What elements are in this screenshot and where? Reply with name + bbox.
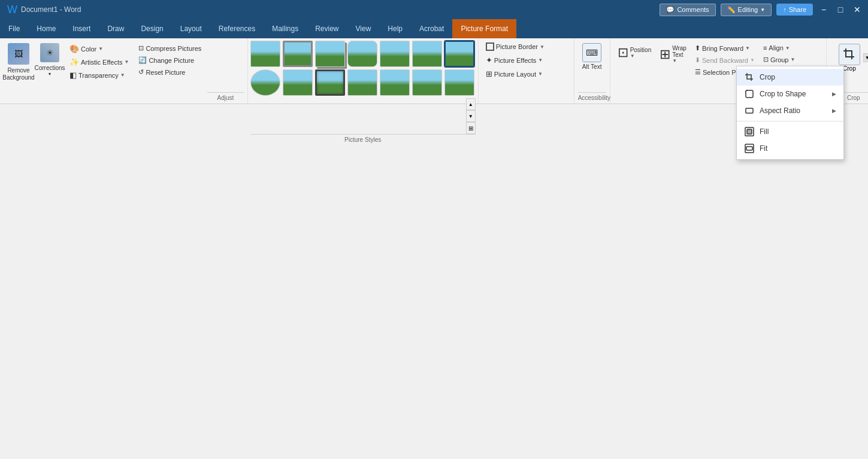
close-button[interactable]: ✕	[851, 4, 863, 16]
styles-scroll-up[interactable]: ▲	[466, 98, 476, 110]
menu-item-crop-to-shape[interactable]: Crop to Shape ▶	[737, 86, 843, 102]
title-right: 💬 Comments ✏️ Editing ▼ ↑ Share − □ ✕	[660, 4, 868, 16]
arrange-col2: ⊞ Wrap Text ▼	[656, 41, 690, 101]
style-thumb-6[interactable]	[412, 41, 442, 67]
maximize-button[interactable]: □	[834, 4, 846, 16]
tab-home[interactable]: Home	[28, 19, 64, 38]
aspect-submenu-arrow: ▶	[832, 108, 836, 114]
group-icon: ⊡	[763, 56, 769, 63]
send-backward-button[interactable]: ⬇ Send Backward ▼	[691, 54, 758, 66]
tab-design[interactable]: Design	[132, 19, 171, 38]
picture-effects-button[interactable]: ✦ Picture Effects ▼	[482, 54, 570, 66]
picture-effects-icon: ✦	[486, 56, 492, 65]
word-logo-icon: W	[7, 4, 17, 16]
accessibility-content: ⌨ Alt Text	[579, 41, 606, 90]
styles-grid	[250, 41, 476, 97]
tab-draw[interactable]: Draw	[99, 19, 132, 38]
bring-forward-button[interactable]: ⬆ Bring Forward ▼	[691, 42, 758, 54]
picture-styles-group: ▲ ▼ ⊞ Picture Styles	[248, 38, 479, 104]
reset-picture-button[interactable]: ↺ Reset Picture	[135, 66, 205, 78]
crop-dropdown[interactable]: ▼	[863, 53, 868, 62]
comments-button[interactable]: 💬 Comments	[660, 4, 715, 16]
group-button[interactable]: ⊡ Group ▼	[760, 54, 800, 65]
share-button[interactable]: ↑ Share	[776, 4, 813, 16]
crop-menu-icon	[744, 72, 755, 83]
style-thumb-11[interactable]	[347, 69, 377, 96]
crop-to-shape-icon	[744, 89, 755, 99]
style-thumb-14[interactable]	[444, 69, 474, 96]
style-thumb-10[interactable]	[315, 69, 345, 96]
picture-layout-button[interactable]: ⊞ Picture Layout ▼	[482, 68, 570, 80]
tab-insert[interactable]: Insert	[64, 19, 99, 38]
menu-item-crop[interactable]: Crop	[737, 69, 843, 86]
tab-layout[interactable]: Layout	[172, 19, 210, 38]
border-dropdown-arrow: ▼	[540, 44, 545, 50]
fill-icon	[744, 126, 755, 137]
color-button[interactable]: 🎨 Color ▼	[66, 42, 132, 55]
align-button[interactable]: ≡ Align ▼	[760, 42, 800, 53]
editing-button[interactable]: ✏️ Editing ▼	[721, 4, 772, 16]
align-dropdown-arrow: ▼	[785, 45, 790, 51]
tab-picture-format[interactable]: Picture Format	[452, 19, 516, 38]
arrange-col1: ⊡ Position ▼	[614, 41, 655, 101]
comments-icon: 💬	[666, 6, 675, 14]
chevron-down-icon: ▼	[760, 7, 765, 13]
crop-icon	[839, 44, 860, 65]
compress-icon: ⊡	[138, 44, 144, 52]
style-thumb-7[interactable]	[444, 41, 474, 67]
transparency-dropdown-arrow: ▼	[120, 72, 125, 78]
remove-background-button[interactable]: 🖼 Remove Background	[4, 41, 34, 84]
style-thumb-3[interactable]	[315, 41, 345, 67]
crop-shape-submenu-arrow: ▶	[832, 91, 836, 97]
group-dropdown-arrow: ▼	[790, 57, 795, 62]
tab-view[interactable]: View	[347, 19, 380, 38]
tab-help[interactable]: Help	[379, 19, 411, 38]
transparency-button[interactable]: ◧ Transparency ▼	[66, 69, 132, 81]
forward-dropdown-arrow: ▼	[745, 45, 750, 51]
compress-pictures-button[interactable]: ⊡ Compress Pictures	[135, 42, 205, 54]
tab-review[interactable]: Review	[307, 19, 347, 38]
wrap-text-icon: ⊞	[660, 47, 670, 62]
picture-border-button[interactable]: Picture Border ▼	[482, 41, 570, 53]
svg-rect-3	[747, 129, 752, 134]
menu-item-fill[interactable]: Fill	[737, 123, 843, 140]
style-thumb-8[interactable]	[250, 69, 280, 96]
selection-pane-icon: ☰	[695, 68, 701, 76]
crop-dropdown-menu: Crop Crop to Shape ▶ Aspect Ratio ▶ Fill	[736, 66, 844, 160]
artistic-effects-icon: ✨	[69, 57, 79, 66]
svg-rect-5	[746, 147, 752, 150]
send-backward-icon: ⬇	[695, 56, 700, 64]
tab-mailings[interactable]: Mailings	[264, 19, 307, 38]
minimize-button[interactable]: −	[818, 4, 830, 16]
tab-acrobat[interactable]: Acrobat	[411, 19, 452, 38]
artistic-effects-button[interactable]: ✨ Artistic Effects ▼	[66, 56, 132, 68]
accessibility-label: Accessibility	[578, 92, 606, 101]
position-button[interactable]: ⊡ Position ▼	[614, 42, 655, 63]
menu-item-aspect-ratio[interactable]: Aspect Ratio ▶	[737, 102, 843, 119]
aspect-ratio-icon	[744, 105, 755, 116]
alt-text-button[interactable]: ⌨ Alt Text	[579, 41, 606, 73]
bring-forward-icon: ⬆	[695, 44, 700, 52]
wrap-dropdown-arrow: ▼	[672, 58, 677, 63]
corrections-button[interactable]: ☀ Corrections ▼	[36, 41, 63, 78]
style-thumb-12[interactable]	[380, 69, 410, 96]
adjust-group: 🖼 Remove Background ☀ Corrections ▼ 🎨 Co…	[0, 38, 248, 104]
remove-bg-icon: 🖼	[8, 43, 29, 65]
style-thumb-9[interactable]	[283, 69, 313, 96]
styles-scroll-more[interactable]: ⊞	[466, 122, 476, 134]
corrections-icon: ☀	[40, 43, 59, 62]
style-thumb-2[interactable]	[283, 41, 313, 67]
change-picture-button[interactable]: 🔄 Change Picture	[135, 54, 205, 66]
tab-references[interactable]: References	[210, 19, 264, 38]
styles-scroll-down[interactable]: ▼	[466, 110, 476, 122]
title-bar: W Document1 - Word 💬 Comments ✏️ Editing…	[0, 0, 868, 19]
menu-item-fit[interactable]: Fit	[737, 140, 843, 157]
tab-file[interactable]: File	[0, 19, 28, 38]
style-thumb-5[interactable]	[380, 41, 410, 67]
wrap-text-button[interactable]: ⊞ Wrap Text ▼	[656, 42, 690, 66]
position-dropdown-arrow: ▼	[630, 53, 635, 59]
style-thumb-4[interactable]	[347, 41, 377, 67]
adjust-column2: ⊡ Compress Pictures 🔄 Change Picture ↺ R…	[135, 41, 205, 78]
style-thumb-13[interactable]	[412, 69, 442, 96]
style-thumb-1[interactable]	[250, 41, 280, 67]
